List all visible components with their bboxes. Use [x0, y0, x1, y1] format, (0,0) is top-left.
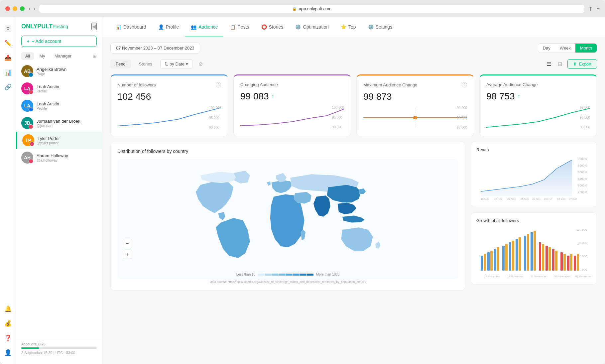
rail-user-icon[interactable]: 👤: [2, 347, 14, 359]
account-name: Tyler Porter: [38, 136, 60, 141]
svg-rect-37: [509, 242, 511, 271]
nav-optimization[interactable]: ⚙️ Optimization: [290, 17, 334, 37]
rail-payment-icon[interactable]: 💰: [2, 317, 14, 329]
accounts-label: Accounts: 6/25: [21, 342, 97, 346]
filter-button[interactable]: ⊘: [195, 59, 206, 69]
account-name: Jurriaan van der Broek: [37, 119, 80, 124]
period-week-button[interactable]: Week: [555, 44, 575, 53]
grid-view-button[interactable]: ⊞: [555, 60, 565, 68]
svg-rect-35: [502, 246, 505, 271]
filter-tab-all[interactable]: All: [21, 52, 34, 60]
profile-icon: 👤: [158, 24, 164, 30]
stat-title: Maximum Audience Change ?: [363, 82, 467, 87]
address-bar[interactable]: 🔒 app.onlypult.com: [39, 5, 584, 13]
sidebar-header: ONLYPULTPosting ◀: [16, 23, 102, 36]
info-button[interactable]: ?: [462, 82, 467, 87]
collapse-sidebar-button[interactable]: ◀: [91, 23, 97, 30]
stat-card-followers: Number of followers ? 102 456 100 000: [110, 74, 228, 136]
stat-title-text: Number of followers: [117, 82, 156, 87]
grid-view-button[interactable]: ⊞: [93, 52, 97, 60]
nav-audience[interactable]: 👥 Audience: [185, 17, 223, 37]
rail-help-icon[interactable]: ❓: [2, 332, 14, 344]
rail-compose-icon[interactable]: ✏️: [2, 37, 14, 49]
rail-analytics-icon[interactable]: 📊: [2, 66, 14, 78]
svg-rect-30: [484, 254, 486, 271]
svg-text:07 November: 07 November: [484, 275, 500, 278]
list-view-button[interactable]: ☰: [544, 60, 554, 68]
period-month-button[interactable]: Month: [575, 44, 597, 53]
account-handle: Profile: [37, 89, 59, 93]
stories-button[interactable]: Stories: [134, 60, 158, 68]
svg-text:22 Nov: 22 Nov: [507, 197, 516, 200]
rail-logo-icon: O: [2, 23, 14, 35]
account-item-active[interactable]: TP Tyler Porter @tyler.porter: [16, 132, 102, 149]
nav-posts[interactable]: 📋 Posts: [225, 17, 255, 37]
period-day-button[interactable]: Day: [538, 44, 555, 53]
forward-button[interactable]: ›: [33, 5, 35, 12]
top-nav: 📊 Dashboard 👤 Profile 👥 Audience 📋 Posts…: [102, 17, 605, 37]
reach-chart: 9800.0 9200.0 8800.0 8400.0 8000.0 7800.…: [476, 155, 591, 201]
logo-product: Posting: [53, 24, 68, 29]
svg-text:8000.0: 8000.0: [578, 184, 587, 187]
filter-tab-manager[interactable]: Manager: [51, 52, 75, 60]
icon-rail: O ✏️ 📤 📊 🔗 🔔 💰 ❓ 👤: [0, 17, 16, 364]
rail-send-icon[interactable]: 📤: [2, 52, 14, 64]
svg-rect-32: [490, 251, 493, 271]
account-item[interactable]: AH Abram Holloway @a.holloway: [16, 149, 102, 166]
fullscreen-button[interactable]: [20, 6, 25, 11]
close-button[interactable]: [5, 6, 10, 11]
app-content: O ✏️ 📤 📊 🔗 🔔 💰 ❓ 👤 ONLYPULTPosting ◀ + +…: [0, 17, 605, 364]
mini-chart: 99 000 98 000 97 000: [363, 106, 467, 129]
svg-text:14 November: 14 November: [507, 275, 523, 278]
feed-button[interactable]: Feed: [110, 60, 131, 68]
svg-rect-55: [574, 256, 576, 271]
mini-chart: 100 000 95 000 90 000: [117, 106, 221, 129]
sort-by-date-button[interactable]: ⇅ by Date ▾: [160, 59, 192, 69]
avatar-wrap: AH: [21, 152, 33, 164]
nav-stories[interactable]: ⭕ Stories: [256, 17, 289, 37]
content-area: 07 November 2023 – 07 December 2023 Day …: [102, 37, 605, 364]
account-item[interactable]: LA Leah Austin Profile: [16, 97, 102, 114]
date-range-button[interactable]: 07 November 2023 – 07 December 2023: [110, 43, 200, 54]
account-item[interactable]: AB Angelika Brown Page: [16, 62, 102, 80]
add-account-button[interactable]: + + Add account: [21, 36, 97, 47]
svg-rect-56: [577, 254, 579, 271]
svg-text:04 Dec: 04 Dec: [557, 197, 565, 200]
stat-value: 102 456: [117, 91, 221, 102]
svg-rect-40: [519, 237, 521, 271]
stat-card-changing-audience: Changing Audience 99 083 ↑ 100 000: [233, 74, 351, 136]
plus-icon: +: [27, 39, 30, 44]
browser-toolbar: ‹ › 🔒 app.onlypult.com ⬆ +: [0, 0, 605, 17]
nav-profile[interactable]: 👤 Profile: [153, 17, 184, 37]
svg-rect-50: [555, 251, 557, 271]
toolbar-row: 07 November 2023 – 07 December 2023 Day …: [110, 43, 597, 54]
minimize-button[interactable]: [13, 6, 17, 11]
period-buttons: Day Week Month: [538, 43, 597, 53]
optimization-icon: ⚙️: [295, 24, 301, 30]
account-item[interactable]: JB Jurriaan van der Broek @jurriaan: [16, 114, 102, 132]
progress-fill: [21, 347, 39, 349]
nav-settings[interactable]: ⚙️ Settings: [363, 17, 398, 37]
rail-link-icon[interactable]: 🔗: [2, 81, 14, 93]
account-item[interactable]: LA Leah Austin Profile: [16, 80, 102, 97]
nav-label: Dashboard: [123, 24, 146, 30]
back-button[interactable]: ‹: [29, 5, 31, 12]
svg-rect-48: [548, 247, 551, 271]
svg-text:8400.0: 8400.0: [578, 177, 587, 181]
logo: ONLYPULTPosting: [21, 23, 68, 30]
export-button[interactable]: ⬆ Export: [567, 59, 597, 69]
mini-chart: 100 000 95 000 90 000: [240, 106, 344, 129]
nav-top[interactable]: ⭐ Top: [335, 17, 361, 37]
svg-text:9200.0: 9200.0: [578, 164, 587, 167]
svg-text:07 Dec: 07 Dec: [569, 197, 577, 200]
zoom-in-button[interactable]: +: [123, 250, 132, 259]
info-button[interactable]: ?: [216, 82, 221, 87]
legend-segment: [265, 274, 272, 276]
zoom-out-button[interactable]: −: [123, 239, 132, 248]
filter-tab-my[interactable]: My: [35, 52, 49, 60]
share-icon[interactable]: ⬆: [588, 6, 593, 12]
nav-dashboard[interactable]: 📊 Dashboard: [110, 17, 152, 37]
top-icon: ⭐: [341, 24, 346, 30]
new-tab-icon[interactable]: +: [597, 6, 600, 12]
rail-notification-icon[interactable]: 🔔: [2, 303, 14, 315]
